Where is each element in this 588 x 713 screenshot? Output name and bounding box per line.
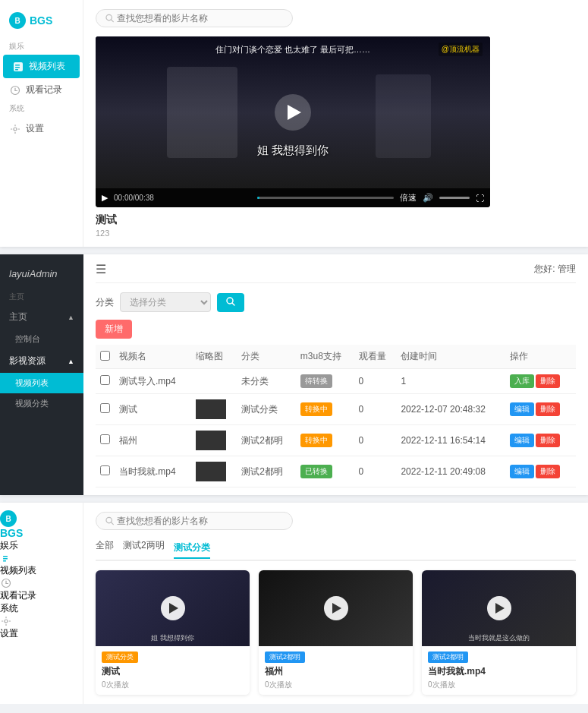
card-views-v3: 0次播放	[428, 680, 570, 690]
main-admin: ☰ 您好: 管理 分类 选择分类 新增 视频名 缩略图	[83, 254, 588, 495]
action-btn-删除[interactable]: 删除	[536, 374, 560, 388]
sidebar-item-watch-history[interactable]: 观看记录	[0, 78, 83, 102]
table-row: 测试导入.mp4 未分类 待转换 0 1 入库删除	[96, 369, 576, 394]
cell-name-2: 福州	[115, 425, 191, 456]
svg-line-21	[112, 522, 114, 525]
admin-sub-video-list-label: 视频列表	[15, 378, 49, 387]
nav-label-entertainment: 娱乐	[0, 39, 83, 55]
admin-nav-media[interactable]: 影视资源 ▲	[0, 349, 83, 373]
search-bar[interactable]	[96, 9, 293, 27]
action-btn-编辑[interactable]: 编辑	[510, 402, 534, 416]
play-pause-btn[interactable]: ▶	[102, 193, 108, 203]
table-row: 当时我就.mp4 测试2都明 已转换 0 2022-12-11 20:49:08…	[96, 456, 576, 487]
card-play-btn-v3[interactable]	[487, 596, 511, 620]
add-video-btn[interactable]: 新增	[96, 320, 132, 339]
filter-search-btn[interactable]	[217, 293, 244, 312]
cell-category-1: 测试分类	[237, 394, 296, 425]
cell-views-3: 0	[354, 456, 397, 487]
cell-name-0: 测试导入.mp4	[115, 369, 191, 394]
admin-nav-media-label: 影视资源	[9, 355, 46, 368]
card-thumb-v1: 姐 我想得到你	[96, 570, 250, 646]
admin-sub-video-category[interactable]: 视频分类	[0, 393, 83, 414]
volume-icon[interactable]: 🔊	[423, 193, 433, 203]
svg-line-9	[112, 20, 114, 22]
card-play-btn-v2[interactable]	[324, 596, 348, 620]
video-card-v3[interactable]: 当时我就是这么做的 测试2都明 当时我就.mp4 0次播放	[422, 570, 576, 695]
svg-point-19	[5, 620, 8, 623]
filter-row: 分类 选择分类	[96, 292, 576, 312]
row-checkbox-3[interactable]	[100, 465, 110, 475]
speed-btn[interactable]: 倍速	[400, 192, 417, 203]
admin-sub-dashboard[interactable]: 控制台	[0, 329, 83, 349]
svg-rect-13	[3, 556, 8, 557]
admin-nav-home[interactable]: 主页 ▲	[0, 305, 83, 329]
card-info-v2: 测试2都明 福州 0次播放	[259, 646, 413, 695]
video-card-v2[interactable]: 测试2都明 福州 0次播放	[259, 570, 413, 695]
row-checkbox-0[interactable]	[100, 375, 110, 385]
hamburger-icon[interactable]: ☰	[96, 262, 106, 276]
cell-thumb-0	[191, 369, 237, 394]
tab-测试分类[interactable]: 测试分类	[174, 541, 210, 559]
sidebar-item-video-list[interactable]: 视频列表	[3, 55, 80, 78]
cell-actions-0: 入库删除	[505, 369, 576, 394]
sidebar3-item-settings[interactable]: 设置	[0, 615, 83, 640]
settings-icon	[9, 123, 21, 135]
category-select[interactable]: 选择分类	[120, 292, 211, 312]
filter-search-icon	[226, 297, 235, 306]
progress-fill	[257, 197, 260, 199]
logo-area-3: B BGS	[0, 510, 83, 539]
video-subtitle: 姐 我想得到你	[96, 144, 490, 158]
svg-rect-1	[15, 65, 20, 66]
watch-history-icon-3	[0, 577, 12, 589]
sidebar-label-video-list: 视频列表	[29, 60, 65, 73]
sidebar3-item-video-list[interactable]: 视频列表	[0, 552, 83, 577]
search-input-3[interactable]	[117, 516, 283, 526]
cell-views-0: 0	[354, 369, 397, 394]
card-title-v3: 当时我就.mp4	[428, 665, 570, 678]
card-category-v1: 测试分类	[102, 651, 138, 663]
sidebar3-label-watch-history: 观看记录	[0, 590, 36, 601]
col-created: 创建时间	[396, 345, 505, 369]
action-btn-编辑[interactable]: 编辑	[510, 434, 534, 447]
select-all-checkbox[interactable]	[100, 351, 110, 361]
action-btn-编辑[interactable]: 编辑	[510, 465, 534, 478]
action-btn-删除[interactable]: 删除	[536, 434, 560, 447]
svg-rect-2	[15, 67, 20, 68]
tab-测试2两明[interactable]: 测试2两明	[123, 539, 165, 555]
cell-thumb-1	[191, 394, 237, 425]
video-top-text: 住门对门谈个恋爱 也太难了 最后可把……	[96, 44, 490, 55]
row-checkbox-1[interactable]	[100, 403, 110, 413]
action-btn-入库[interactable]: 入库	[510, 374, 534, 388]
nav-label-entertainment-3: 娱乐	[0, 539, 83, 552]
search-bar-3[interactable]	[96, 512, 293, 530]
card-title-v2: 福州	[265, 665, 407, 678]
card-play-btn-v1[interactable]	[161, 596, 185, 620]
cell-thumb-3	[191, 456, 237, 487]
admin-sub-video-list[interactable]: 视频列表	[0, 373, 83, 393]
card-thumb-label-v3: 当时我就是这么做的	[422, 633, 576, 643]
sidebar-item-settings[interactable]: 设置	[0, 117, 83, 140]
cell-category-2: 测试2都明	[237, 425, 296, 456]
sidebar3-item-watch-history[interactable]: 观看记录	[0, 577, 83, 602]
table-row: 福州 测试2都明 转换中 0 2022-12-11 16:54:14 编辑删除	[96, 425, 576, 456]
action-btn-删除[interactable]: 删除	[536, 465, 560, 478]
search-input[interactable]	[117, 13, 283, 24]
logo-text-3: BGS	[0, 527, 23, 539]
action-btn-删除[interactable]: 删除	[536, 402, 560, 416]
fullscreen-btn[interactable]: ⛶	[476, 194, 484, 203]
tab-全部[interactable]: 全部	[96, 539, 114, 555]
video-card-v1[interactable]: 姐 我想得到你 测试分类 测试 0次播放	[96, 570, 250, 695]
row-checkbox-2[interactable]	[100, 434, 110, 444]
watch-history-icon	[9, 84, 21, 96]
cell-m3u8-3: 已转换	[296, 456, 354, 487]
play-button-overlay[interactable]	[275, 94, 311, 131]
progress-bar[interactable]	[257, 197, 395, 199]
play-icon	[288, 105, 301, 120]
logo-icon: B	[9, 12, 26, 29]
cell-views-1: 0	[354, 394, 397, 425]
volume-bar[interactable]	[439, 197, 470, 199]
video-player: @顶流机器 住门对门谈个恋爱 也太难了 最后可把…… 姐 我想得到你 ▶ 00:…	[96, 36, 490, 207]
search-icon	[105, 14, 114, 23]
col-thumb: 缩略图	[191, 345, 237, 369]
cell-name-1: 测试	[115, 394, 191, 425]
